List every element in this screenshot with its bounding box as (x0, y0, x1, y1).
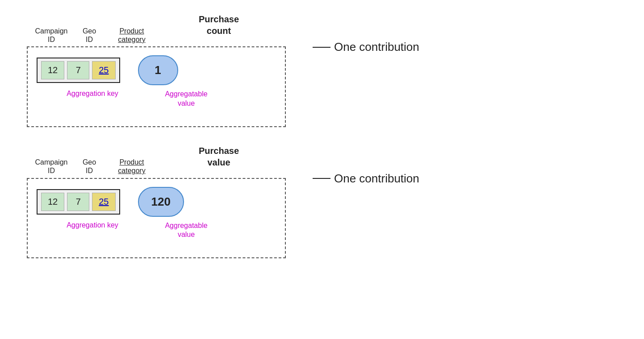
key-box-1: 12 7 25 (37, 58, 120, 83)
aggregation-key-label-1: Aggregation key (67, 90, 118, 97)
campaign-value-2: 12 (41, 193, 64, 211)
geo-value-2: 7 (67, 193, 89, 211)
purchase-count-header: Purchasecount (199, 13, 239, 37)
geo-value-1: 7 (67, 61, 89, 79)
contribution-block-1: CampaignID GeoID Productcategory Purchas… (27, 13, 419, 127)
dashed-inner-2: 12 7 25 120 (37, 187, 276, 217)
right-label-section-2: One contribution (313, 172, 419, 186)
product-category-header-1: Productcategory (107, 27, 156, 44)
contribution-block-2: CampaignID GeoID Productcategory Purchas… (27, 145, 419, 259)
left-section-2: CampaignID GeoID Productcategory Purchas… (27, 145, 286, 259)
connector-line-1 (313, 47, 330, 48)
contribution-label-2: One contribution (330, 172, 419, 186)
key-box-2: 12 7 25 (37, 189, 120, 215)
product-category-header-2: Productcategory (107, 158, 156, 175)
dashed-box-1: 12 7 25 1 Aggregation key Aggregat (27, 46, 286, 127)
aggregatable-value-label-2: Aggregatablevalue (165, 222, 207, 239)
main-container: CampaignID GeoID Productcategory Purchas… (0, 0, 644, 272)
aggregatable-value-label-1: Aggregatablevalue (165, 90, 207, 107)
connector-line-2 (313, 178, 330, 179)
product-value-1: 25 (92, 61, 115, 79)
aggregatable-value-2: 120 (138, 187, 184, 217)
geo-id-header-2: GeoID (71, 158, 107, 175)
campaign-id-header-2: CampaignID (31, 158, 71, 175)
dashed-inner-1: 12 7 25 1 (37, 55, 276, 85)
contribution-label-1: One contribution (330, 40, 419, 54)
geo-id-header-1: GeoID (71, 27, 107, 44)
left-section-1: CampaignID GeoID Productcategory Purchas… (27, 13, 286, 127)
dashed-box-2: 12 7 25 120 Aggregation key Aggreg (27, 178, 286, 259)
campaign-value-1: 12 (41, 61, 64, 79)
right-label-section-1: One contribution (313, 40, 419, 54)
aggregation-key-label-2: Aggregation key (67, 221, 118, 229)
campaign-id-header-1: CampaignID (31, 27, 71, 44)
aggregatable-value-1: 1 (138, 55, 178, 85)
column-headers-1: CampaignID GeoID Productcategory Purchas… (27, 13, 255, 44)
product-value-2: 25 (92, 193, 115, 211)
purchase-value-header: Purchasevalue (199, 145, 239, 168)
column-headers-2: CampaignID GeoID Productcategory Purchas… (27, 145, 255, 175)
